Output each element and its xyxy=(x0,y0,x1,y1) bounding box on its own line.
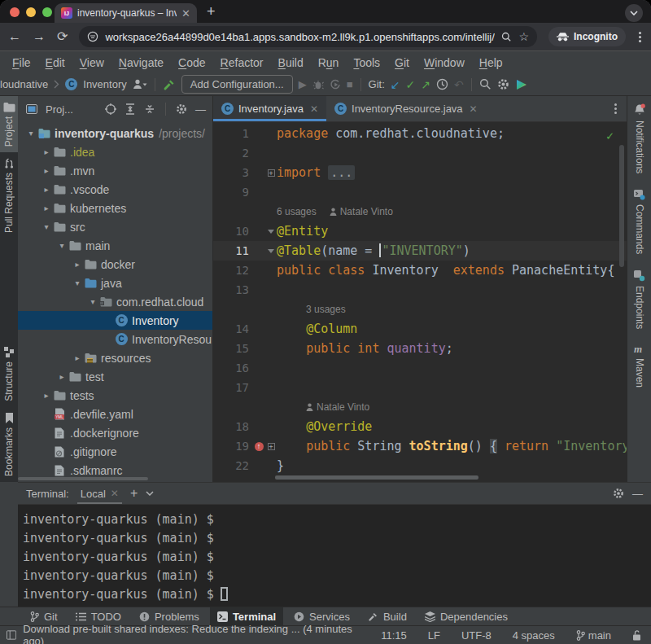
tree-item-test[interactable]: ▸test xyxy=(18,367,212,386)
fold-plus-icon[interactable]: + xyxy=(265,169,277,177)
fold-open-icon[interactable] xyxy=(265,230,277,234)
tree-item-docker[interactable]: ▸docker xyxy=(18,255,212,274)
code-line-2[interactable]: 2 xyxy=(213,143,627,163)
tree-item-inventory[interactable]: CInventory xyxy=(18,311,212,330)
terminal-prompt-line[interactable]: inventory-quarkus (main) $ xyxy=(23,585,651,603)
tree-item-label[interactable]: InventoryResou xyxy=(132,333,212,346)
forward-button[interactable]: → xyxy=(33,30,46,43)
tree-item-label[interactable]: inventory-quarkus xyxy=(55,127,154,140)
menu-window[interactable]: Window xyxy=(417,56,472,69)
code-text[interactable]: @Table(name = "INVENTORY") xyxy=(277,243,470,258)
settings-gear-icon[interactable] xyxy=(497,78,509,90)
editor-tab-label[interactable]: InventoryResource.java xyxy=(352,103,463,115)
close-terminal-tab-icon[interactable]: ✕ xyxy=(111,488,119,499)
terminal-output[interactable]: inventory-quarkus (main) $inventory-quar… xyxy=(18,505,651,607)
status-message[interactable]: Download pre-built shared indexes: Reduc… xyxy=(23,623,353,644)
tree-item-label[interactable]: java xyxy=(101,277,122,290)
stripe-notifications[interactable]: Notifications xyxy=(633,96,646,181)
terminal-tab-local[interactable]: Local ✕ xyxy=(77,483,122,504)
close-tab-icon[interactable]: ✕ xyxy=(310,103,318,115)
code-line-14[interactable]: 14 @Column xyxy=(213,319,627,339)
author-inlay[interactable]: Natale Vinto xyxy=(306,401,369,413)
tree-item-.gitignore[interactable]: .gitignore xyxy=(18,442,212,461)
reload-button[interactable]: ⟳ xyxy=(57,30,68,43)
tree-item-src[interactable]: ▾src xyxy=(18,217,212,236)
stripe-pull-requests[interactable]: Pull Requests xyxy=(0,152,18,239)
indent-indicator[interactable]: 4 spaces xyxy=(513,629,555,642)
stripe-bookmarks[interactable]: Bookmarks xyxy=(0,407,18,482)
menu-code[interactable]: Code xyxy=(171,56,212,69)
toolwindow-dependencies[interactable]: Dependencies xyxy=(417,607,515,625)
menu-edit[interactable]: Edit xyxy=(38,56,72,69)
git-update-icon[interactable]: ↙ xyxy=(391,78,400,91)
new-tab-button[interactable]: + xyxy=(207,3,216,20)
tree-item-label[interactable]: docker xyxy=(101,258,135,271)
git-commit-icon[interactable]: ✓ xyxy=(406,78,416,91)
code-line-13[interactable]: 13 xyxy=(213,280,627,300)
tree-horizontal-scrollbar[interactable] xyxy=(18,477,148,480)
terminal-tab-label[interactable]: Local xyxy=(81,488,106,500)
window-controls[interactable] xyxy=(10,7,52,17)
tree-item-.idea[interactable]: ▸.idea xyxy=(18,142,212,161)
chevron-right-icon[interactable]: ▸ xyxy=(40,147,53,156)
tree-item-.devfile.yaml[interactable]: YML.devfile.yaml xyxy=(18,405,212,423)
code-text[interactable]: package com.redhat.cloudnative; xyxy=(277,126,505,141)
breadcrumb-class[interactable]: Inventory xyxy=(83,78,126,90)
code-line-11[interactable]: 11@Table(name = "INVENTORY") xyxy=(213,241,627,261)
code-text[interactable]: import ... xyxy=(277,165,355,180)
code-text[interactable]: public String toString() { return "Inven… xyxy=(277,439,627,453)
chevron-down-icon[interactable]: ▾ xyxy=(55,241,68,250)
usages-inlay[interactable]: 3 usages xyxy=(306,304,346,315)
browser-menu-button[interactable] xyxy=(637,32,643,42)
hide-terminal-icon[interactable]: — xyxy=(632,488,643,499)
code-line-22[interactable]: 22} xyxy=(213,456,627,475)
close-tab-icon[interactable]: ✕ xyxy=(181,8,190,19)
tree-item-.dockerignore[interactable]: .dockerignore xyxy=(18,423,212,442)
run-icon[interactable]: ▶ xyxy=(299,78,307,90)
branch-name[interactable]: main xyxy=(588,629,611,642)
inspections-ok-icon[interactable]: ✓ xyxy=(606,129,614,143)
fold-plus-icon[interactable]: + xyxy=(265,443,277,450)
tree-item-label[interactable]: .mvn xyxy=(70,164,94,177)
lock-indicator[interactable] xyxy=(632,630,641,641)
code-text[interactable]: } xyxy=(277,458,284,473)
breadcrumb-project[interactable]: loudnative xyxy=(0,78,48,90)
expand-all-icon[interactable] xyxy=(125,103,136,115)
tree-item-tests[interactable]: ▸tests xyxy=(18,386,212,405)
stripe-commands[interactable]: Commands xyxy=(633,181,645,261)
menu-build[interactable]: Build xyxy=(271,56,311,69)
history-icon[interactable] xyxy=(436,78,448,90)
terminal-prompt-line[interactable]: inventory-quarkus (main) $ xyxy=(23,510,651,528)
ide-plugin-icon[interactable] xyxy=(515,78,528,91)
author-inlay[interactable]: Natale Vinto xyxy=(330,206,393,217)
chevron-down-icon[interactable]: ▾ xyxy=(86,297,99,306)
collapse-all-icon[interactable] xyxy=(144,103,155,115)
stop-icon[interactable]: ■ xyxy=(347,78,353,90)
zoom-window-button[interactable] xyxy=(42,7,52,17)
terminal-prompt-line[interactable]: inventory-quarkus (main) $ xyxy=(23,566,651,585)
layout-icon[interactable] xyxy=(7,630,16,640)
search-everywhere-icon[interactable] xyxy=(479,78,492,90)
menu-help[interactable]: Help xyxy=(472,56,510,69)
toolwindow-build[interactable]: Build xyxy=(360,607,414,625)
code-line-19[interactable]: 19↑+ public String toString() { return "… xyxy=(213,436,627,456)
chevron-right-icon[interactable]: ▸ xyxy=(55,372,68,381)
inlay-hint[interactable]: 6 usagesNatale Vinto xyxy=(277,202,627,221)
tree-item-main[interactable]: ▾main xyxy=(18,236,212,255)
menu-refactor[interactable]: Refactor xyxy=(213,56,271,69)
code-line-12[interactable]: 12public class Inventory extends Panache… xyxy=(213,261,627,280)
code-line-9[interactable]: 9 xyxy=(213,182,627,202)
tree-item-label[interactable]: .idea xyxy=(70,146,94,159)
code-line-15[interactable]: 15 public int quantity; xyxy=(213,339,627,358)
line-ending-indicator[interactable]: LF xyxy=(428,629,440,642)
code-line-3[interactable]: 3+import ... xyxy=(213,163,627,182)
code-text[interactable]: @Column xyxy=(277,322,357,336)
menu-tools[interactable]: Tools xyxy=(346,56,387,69)
stripe-project[interactable]: Project xyxy=(0,96,18,152)
stripe-endpoints[interactable]: Endpoints xyxy=(633,262,645,336)
rerun-icon[interactable] xyxy=(330,79,341,90)
build-hammer-icon[interactable] xyxy=(163,78,176,91)
chevron-right-icon[interactable]: ▸ xyxy=(71,353,84,362)
chevron-right-icon[interactable]: ▸ xyxy=(40,391,53,400)
editor-tab-label[interactable]: Inventory.java xyxy=(238,103,304,115)
